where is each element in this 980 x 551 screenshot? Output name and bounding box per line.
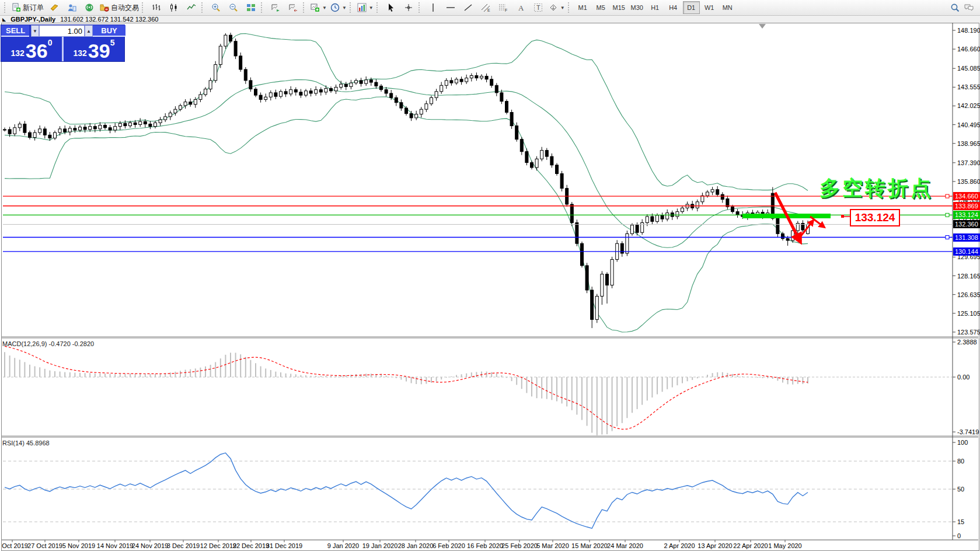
search-icon[interactable] — [950, 3, 960, 12]
market-watch-button[interactable] — [63, 1, 81, 15]
autotrading-icon — [100, 3, 109, 12]
price-tick-label: 128.165 — [957, 273, 980, 280]
channel-icon: E — [481, 3, 490, 12]
autotrading-button[interactable]: 自动交易 — [98, 1, 141, 15]
sell-price[interactable]: 132 36 0 — [1, 37, 62, 61]
text-a-icon: A — [516, 3, 525, 12]
timeframe-m15-button[interactable]: M15 — [611, 1, 627, 14]
hline-icon — [446, 3, 455, 12]
indicators-button[interactable]: ▼ — [355, 1, 375, 15]
new-order-icon — [12, 3, 21, 12]
timeframe-m1-button[interactable]: M1 — [574, 1, 591, 14]
buy-price[interactable]: 132 39 5 — [64, 37, 124, 61]
fibo-icon: F — [498, 3, 508, 12]
buy-price-big: 39 — [88, 42, 110, 60]
volume-input[interactable] — [39, 25, 85, 37]
svg-text:T: T — [536, 4, 540, 11]
toolbar-group-handle — [201, 2, 205, 13]
autotrading-button-label: 自动交易 — [111, 3, 139, 13]
sell-button[interactable]: SELL — [1, 25, 29, 37]
chartshift-icon — [288, 3, 298, 12]
auto-scroll-button[interactable] — [267, 1, 284, 15]
toolbar-group-handle — [261, 2, 264, 13]
buy-price-small: 132 — [74, 48, 87, 58]
chart-title-row: ◣ GBPJPY-,Daily 131.602 132.672 131.542 … — [0, 16, 980, 23]
price-tick-label: 146.660 — [957, 46, 980, 53]
price-tick-label: 143.555 — [957, 83, 980, 90]
sell-price-big: 36 — [26, 42, 48, 60]
text-button[interactable]: A — [512, 1, 529, 15]
crosshair-icon — [404, 3, 413, 12]
turning-point-annotation[interactable]: 多空转折点 — [819, 175, 933, 202]
pane-borders — [2, 23, 978, 542]
gold-wing-icon — [50, 3, 59, 12]
toolbar-group-handle — [568, 2, 571, 13]
crosshair-button[interactable] — [400, 1, 417, 15]
timeframe-h1-button[interactable]: H1 — [647, 1, 664, 14]
timeframe-h4-button[interactable]: H4 — [665, 1, 682, 14]
timeframe-w1-button[interactable]: W1 — [701, 1, 718, 14]
date-tick-label: 6 Feb 2020 — [433, 542, 465, 549]
date-tick-label: 9 Jan 2020 — [327, 542, 359, 549]
date-tick-label: 22 Dec 2019 — [233, 542, 269, 549]
timeframe-mn-button[interactable]: MN — [719, 1, 736, 14]
chart-canvas[interactable] — [0, 0, 980, 551]
zoom-in-button[interactable] — [207, 1, 225, 15]
new-order-button[interactable]: 新订单 — [10, 1, 46, 15]
date-tick-label: 16 Feb 2020 — [467, 542, 503, 549]
equidistant-channel-button[interactable]: E — [477, 1, 494, 15]
timeframe-d1-button[interactable]: D1 — [683, 1, 700, 14]
linechart-icon — [187, 3, 196, 12]
metaquotes-button[interactable] — [46, 1, 63, 15]
text-t-icon: T — [533, 3, 543, 12]
date-tick-label: 19 Jan 2020 — [362, 542, 398, 549]
text-label-button[interactable]: T — [529, 1, 547, 15]
periods-button[interactable]: ▼ — [329, 1, 348, 15]
price-badge-132.360: 132.360 — [953, 220, 980, 228]
chart-ohlc-readout: 131.602 132.672 131.542 132.360 — [60, 16, 158, 23]
macd-label: MACD(12,26,9) -0.4720 -0.2820 — [2, 340, 94, 347]
price-level-box[interactable]: 133.124 — [850, 209, 900, 226]
date-tick-label: 27 Oct 2019 — [27, 542, 62, 549]
toolbar-group-handle — [376, 2, 380, 13]
horizontal-line-button[interactable] — [442, 1, 459, 15]
arrows-button[interactable]: ▼ — [547, 1, 567, 15]
price-tick-label: 148.190 — [957, 27, 980, 34]
bars-icon — [152, 3, 161, 12]
timeframe-m30-button[interactable]: M30 — [629, 1, 646, 14]
rsi-line — [5, 453, 808, 528]
date-tick-label: 2 Apr 2020 — [664, 542, 695, 549]
rsi-pane[interactable] — [3, 453, 953, 528]
tile-icon — [246, 3, 256, 12]
buy-button[interactable]: BUY — [93, 25, 125, 37]
rsi-tick-label: 50 — [957, 486, 964, 493]
line-chart-button[interactable] — [183, 1, 200, 15]
date-tick-label: 3 Dec 2019 — [167, 542, 200, 549]
volume-up-button[interactable]: ▲ — [85, 25, 93, 37]
price-badge-131.308: 131.308 — [953, 233, 980, 242]
date-tick-label: 15 Mar 2020 — [571, 542, 608, 549]
bar-chart-button[interactable] — [148, 1, 165, 15]
toolbar-group-handle — [303, 2, 306, 13]
volume-down-button[interactable]: ▼ — [31, 25, 39, 37]
zoom-out-button[interactable] — [225, 1, 242, 15]
chart-shift-button[interactable] — [284, 1, 302, 15]
rsi-tick-label: 15 — [957, 518, 964, 525]
cursor-button[interactable] — [382, 1, 400, 15]
price-tick-label: 137.390 — [957, 159, 980, 166]
signals-button[interactable] — [81, 1, 98, 15]
main-chart-pane[interactable] — [4, 33, 810, 332]
trendline-button[interactable] — [459, 1, 477, 15]
chevron-down-icon: ▼ — [342, 5, 347, 11]
fibonacci-button[interactable]: F — [494, 1, 512, 15]
timeframe-m5-button[interactable]: M5 — [592, 1, 609, 14]
tile-windows-button[interactable] — [242, 1, 260, 15]
candlestick-chart-button[interactable] — [165, 1, 183, 15]
price-tick-label: 125.105 — [957, 310, 980, 317]
svg-text:F: F — [505, 8, 507, 12]
vertical-line-button[interactable] — [424, 1, 442, 15]
chat-icon[interactable] — [964, 3, 974, 12]
macd-pane[interactable] — [3, 346, 953, 435]
rsi-label: RSI(14) 45.8968 — [2, 440, 50, 447]
new-chart-button[interactable]: ▼ — [309, 1, 329, 15]
